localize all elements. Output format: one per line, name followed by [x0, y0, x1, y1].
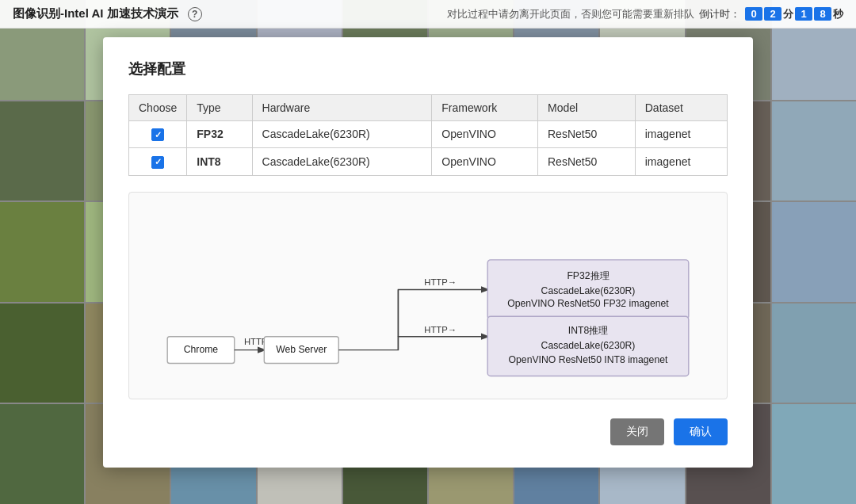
- row1-model: ResNet50: [537, 120, 635, 148]
- row2-checkbox-cell: [129, 148, 187, 176]
- webserver-label: Web Server: [276, 343, 327, 354]
- row2-framework: OpenVINO: [432, 148, 538, 176]
- int8-detail1: CascadeLake(6230R): [541, 340, 636, 351]
- modal-dialog: 选择配置 Choose Type Hardware Framework Mode…: [103, 37, 753, 468]
- modal-footer: 关闭 确认: [128, 418, 728, 445]
- fp32-detail1: CascadeLake(6230R): [541, 284, 636, 296]
- table-row: FP32 CascadeLake(6230R) OpenVINO ResNet5…: [129, 120, 728, 148]
- col-choose: Choose: [129, 94, 187, 120]
- diagram-svg: Chrome HTTP Web Server HTTP→ FP32推理 Casc…: [145, 208, 711, 383]
- row1-type: FP32: [187, 120, 252, 148]
- col-model: Model: [537, 94, 635, 120]
- modal-title: 选择配置: [128, 59, 728, 78]
- col-framework: Framework: [432, 94, 538, 120]
- chrome-label: Chrome: [184, 343, 219, 354]
- modal-overlay: 选择配置 Choose Type Hardware Framework Mode…: [0, 0, 856, 504]
- http-label-fp32: HTTP→: [424, 277, 457, 286]
- row2-dataset: imagenet: [635, 148, 727, 176]
- col-dataset: Dataset: [635, 94, 727, 120]
- architecture-diagram: Chrome HTTP Web Server HTTP→ FP32推理 Casc…: [128, 192, 728, 399]
- row2-type: INT8: [187, 148, 252, 176]
- int8-detail2: OpenVINO ResNet50 INT8 imagenet: [509, 353, 668, 365]
- row1-framework: OpenVINO: [432, 120, 538, 148]
- row1-dataset: imagenet: [635, 120, 727, 148]
- row1-checkbox-cell: [129, 120, 187, 148]
- row2-checkbox[interactable]: [151, 156, 164, 169]
- row1-checkbox[interactable]: [151, 128, 164, 141]
- arrow-to-fp32: [338, 289, 487, 349]
- fp32-detail2: OpenVINO ResNet50 FP32 imagenet: [507, 298, 669, 309]
- row2-hardware: CascadeLake(6230R): [252, 148, 432, 176]
- col-hardware: Hardware: [252, 94, 432, 120]
- fp32-title: FP32推理: [567, 269, 609, 281]
- config-table: Choose Type Hardware Framework Model Dat…: [128, 94, 728, 176]
- row1-hardware: CascadeLake(6230R): [252, 120, 432, 148]
- int8-title: INT8推理: [568, 325, 608, 336]
- confirm-button[interactable]: 确认: [674, 418, 728, 445]
- arrow-to-int8: [398, 336, 487, 349]
- close-button[interactable]: 关闭: [610, 418, 664, 445]
- table-row: INT8 CascadeLake(6230R) OpenVINO ResNet5…: [129, 148, 728, 176]
- row2-model: ResNet50: [537, 148, 635, 176]
- http-label-int8: HTTP→: [424, 324, 457, 334]
- col-type: Type: [187, 94, 252, 120]
